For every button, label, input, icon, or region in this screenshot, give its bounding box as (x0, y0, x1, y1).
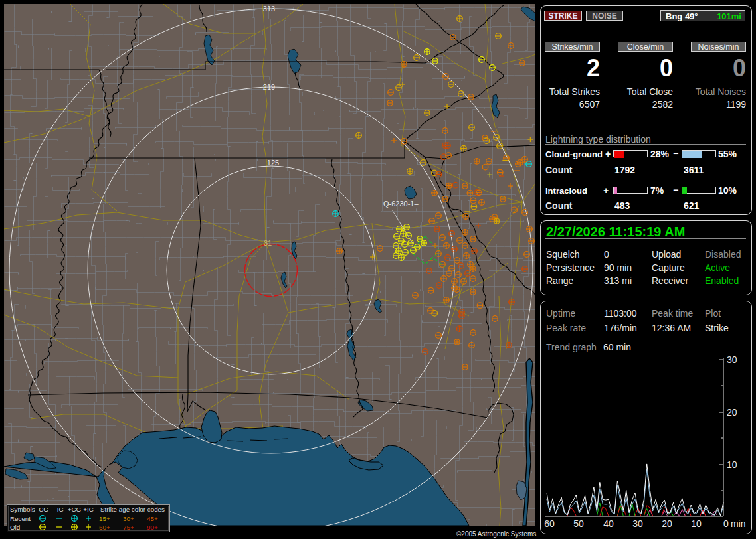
svg-text:15+: 15+ (99, 515, 110, 522)
svg-text:20: 20 (727, 407, 737, 418)
svg-text:-IC: -IC (54, 506, 63, 513)
svg-text:Recent: Recent (10, 515, 31, 522)
svg-text:Strike age color codes: Strike age color codes (100, 506, 165, 513)
svg-text:75+: 75+ (123, 524, 134, 531)
svg-text:30: 30 (632, 518, 643, 529)
svg-text:90+: 90+ (147, 524, 158, 531)
svg-text:60: 60 (544, 518, 555, 529)
svg-text:40: 40 (603, 518, 614, 529)
svg-text:20: 20 (662, 518, 672, 529)
svg-text:Symbols: Symbols (10, 506, 35, 513)
svg-text:0: 0 (723, 518, 729, 529)
svg-text:min: min (731, 518, 746, 529)
svg-text:-CG: -CG (37, 506, 48, 513)
svg-text:45+: 45+ (147, 515, 158, 522)
svg-text:10: 10 (691, 518, 702, 529)
svg-text:+CG: +CG (68, 506, 81, 513)
svg-text:60+: 60+ (99, 524, 110, 531)
svg-text:30: 30 (727, 354, 737, 365)
svg-text:30+: 30+ (123, 515, 134, 522)
svg-text:10: 10 (727, 459, 737, 470)
svg-text:Old: Old (10, 524, 20, 531)
svg-text:+IC: +IC (83, 506, 94, 513)
svg-text:50: 50 (573, 518, 584, 529)
